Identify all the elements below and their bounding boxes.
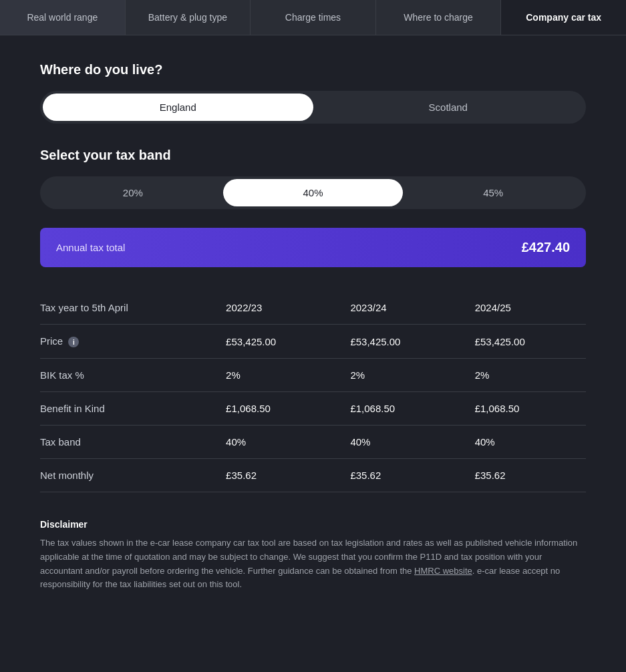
main-content: Where do you live? England Scotland Sele…: [0, 35, 626, 619]
annual-tax-banner: Annual tax total £427.40: [40, 228, 586, 267]
tab-bar: Real world range Battery & plug type Cha…: [0, 0, 626, 35]
table-row-header: Tax year to 5th April 2022/23 2023/24 20…: [40, 291, 586, 325]
tax-option-40[interactable]: 40%: [223, 179, 404, 206]
location-heading: Where do you live?: [40, 62, 586, 77]
table-row-price: Price i £53,425.00 £53,425.00 £53,425.00: [40, 325, 586, 359]
table-cell-year-2024: 2024/25: [462, 291, 586, 325]
tab-company-car-tax[interactable]: Company car tax: [501, 0, 626, 35]
table-cell-tax-band-label: Tax band: [40, 426, 212, 459]
table-cell-tax-band-2024: 40%: [462, 426, 586, 459]
table-cell-bik-amount-label: Benefit in Kind: [40, 392, 212, 426]
tab-where-to-charge[interactable]: Where to charge: [376, 0, 502, 35]
hmrc-link[interactable]: HMRC website: [414, 566, 472, 576]
table-cell-net-monthly-2022: £35.62: [212, 459, 337, 492]
table-cell-bik-2023: 2%: [337, 359, 461, 392]
table-row-bik: BIK tax % 2% 2% 2%: [40, 359, 586, 392]
table-cell-net-monthly-label: Net monthly: [40, 459, 212, 492]
tab-charge-times[interactable]: Charge times: [251, 0, 376, 35]
table-cell-price-2023: £53,425.00: [337, 325, 461, 359]
table-cell-price-2022: £53,425.00: [212, 325, 337, 359]
table-cell-bik-amount-2022: £1,068.50: [212, 392, 337, 426]
table-cell-year-label: Tax year to 5th April: [40, 291, 212, 325]
table-cell-bik-amount-2024: £1,068.50: [462, 392, 586, 426]
table-cell-net-monthly-2024: £35.62: [462, 459, 586, 492]
table-row-tax-band: Tax band 40% 40% 40%: [40, 426, 586, 459]
disclaimer-text: The tax values shown in the e-car lease …: [40, 536, 586, 592]
table-cell-net-monthly-2023: £35.62: [337, 459, 461, 492]
table-cell-bik-2024: 2%: [462, 359, 586, 392]
disclaimer-section: Disclaimer The tax values shown in the e…: [40, 519, 586, 592]
table-cell-bik-2022: 2%: [212, 359, 337, 392]
table-cell-year-2022: 2022/23: [212, 291, 337, 325]
table-row-net-monthly: Net monthly £35.62 £35.62 £35.62: [40, 459, 586, 492]
annual-tax-value: £427.40: [522, 240, 570, 255]
table-cell-bik-label: BIK tax %: [40, 359, 212, 392]
tax-option-20[interactable]: 20%: [43, 179, 223, 206]
table-row-benefit-in-kind: Benefit in Kind £1,068.50 £1,068.50 £1,0…: [40, 392, 586, 426]
table-cell-bik-amount-2023: £1,068.50: [337, 392, 461, 426]
disclaimer-title: Disclaimer: [40, 519, 586, 530]
tax-band-selector: 20% 40% 45%: [40, 176, 586, 209]
tax-table: Tax year to 5th April 2022/23 2023/24 20…: [40, 291, 586, 492]
price-info-icon[interactable]: i: [68, 337, 79, 347]
tab-battery-plug-type[interactable]: Battery & plug type: [126, 0, 251, 35]
location-option-scotland[interactable]: Scotland: [313, 94, 584, 121]
annual-tax-label: Annual tax total: [56, 242, 125, 253]
location-selector: England Scotland: [40, 91, 586, 124]
table-cell-year-2023: 2023/24: [337, 291, 461, 325]
tax-band-heading: Select your tax band: [40, 148, 586, 163]
table-cell-tax-band-2023: 40%: [337, 426, 461, 459]
tab-real-world-range[interactable]: Real world range: [0, 0, 126, 35]
table-cell-tax-band-2022: 40%: [212, 426, 337, 459]
table-cell-price-2024: £53,425.00: [462, 325, 586, 359]
location-option-england[interactable]: England: [43, 94, 313, 121]
table-cell-price-label: Price i: [40, 325, 212, 359]
tax-option-45[interactable]: 45%: [403, 179, 583, 206]
